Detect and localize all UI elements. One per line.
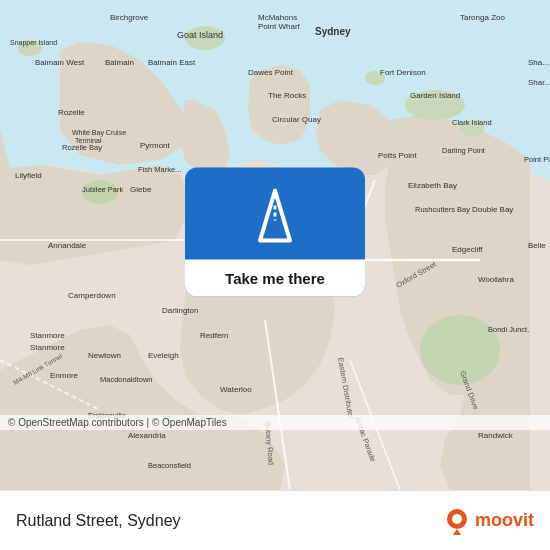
navigation-card: Take me there <box>185 168 365 297</box>
svg-point-13 <box>365 71 385 85</box>
svg-text:Camperdown: Camperdown <box>68 291 116 300</box>
svg-text:The Rocks: The Rocks <box>268 91 306 100</box>
svg-text:Shar...: Shar... <box>528 78 550 87</box>
svg-text:Balmain: Balmain <box>105 58 134 67</box>
svg-marker-3 <box>180 100 230 175</box>
svg-text:Taronga Zoo: Taronga Zoo <box>460 13 505 22</box>
svg-text:McMahons: McMahons <box>258 13 297 22</box>
svg-text:Potts Point: Potts Point <box>378 151 417 160</box>
svg-point-89 <box>452 514 462 524</box>
svg-text:Eveleigh: Eveleigh <box>148 351 179 360</box>
svg-text:Elizabeth Bay: Elizabeth Bay <box>408 181 457 190</box>
svg-text:Point Wharf: Point Wharf <box>258 22 301 31</box>
svg-text:Darling Point: Darling Point <box>442 146 486 155</box>
svg-text:Stanmore: Stanmore <box>30 331 65 340</box>
svg-text:Glebe: Glebe <box>130 185 152 194</box>
svg-text:Fish Marke...: Fish Marke... <box>138 165 181 174</box>
svg-text:White Bay Cruise: White Bay Cruise <box>72 129 126 137</box>
svg-text:Waterloo: Waterloo <box>220 385 252 394</box>
svg-text:Terminal: Terminal <box>75 137 102 144</box>
svg-marker-90 <box>453 529 461 535</box>
moovit-logo: moovit <box>443 507 534 535</box>
location-label: Rutland Street, Sydney <box>16 512 181 530</box>
svg-marker-7 <box>385 115 530 395</box>
svg-point-24 <box>82 180 118 204</box>
bottom-bar: Rutland Street, Sydney moovit <box>0 490 550 550</box>
road-navigation-icon <box>240 186 310 246</box>
svg-text:Goat Island: Goat Island <box>177 30 223 40</box>
svg-text:Lilyfield: Lilyfield <box>15 171 42 180</box>
svg-marker-5 <box>248 65 310 145</box>
svg-marker-2 <box>60 42 190 165</box>
svg-text:Sydney: Sydney <box>315 26 351 37</box>
svg-marker-4 <box>0 130 188 265</box>
svg-text:Alexandria: Alexandria <box>128 431 166 440</box>
moovit-text: moovit <box>475 510 534 531</box>
svg-text:Jubilee Park: Jubilee Park <box>82 185 124 194</box>
svg-text:Newtown: Newtown <box>88 351 121 360</box>
svg-text:Macdonaldtown: Macdonaldtown <box>100 375 153 384</box>
svg-text:Edgecliff: Edgecliff <box>452 245 483 254</box>
svg-text:Stanmore: Stanmore <box>30 343 65 352</box>
svg-text:Dawes Point: Dawes Point <box>248 68 294 77</box>
svg-text:Fort Denison: Fort Denison <box>380 68 426 77</box>
svg-text:Circular Quay: Circular Quay <box>272 115 321 124</box>
svg-text:Rozelle Bay: Rozelle Bay <box>62 143 102 152</box>
svg-text:Darlington: Darlington <box>162 306 198 315</box>
svg-text:Point Pip...: Point Pip... <box>524 155 550 164</box>
svg-point-16 <box>460 120 484 136</box>
svg-point-15 <box>18 40 42 56</box>
svg-text:Balmain West: Balmain West <box>35 58 85 67</box>
svg-text:Rozelle: Rozelle <box>58 108 85 117</box>
svg-text:Randwick: Randwick <box>478 431 514 440</box>
svg-text:Birchgrove: Birchgrove <box>110 13 149 22</box>
svg-text:M4-M8 Link Tunnel: M4-M8 Link Tunnel <box>12 352 64 386</box>
svg-point-12 <box>405 90 465 120</box>
svg-text:Enmore: Enmore <box>50 371 79 380</box>
moovit-icon <box>443 507 471 535</box>
svg-text:Woollahra: Woollahra <box>478 275 514 284</box>
svg-text:Rushcutters Bay: Rushcutters Bay <box>415 205 470 214</box>
svg-text:Eastern Distributor: Eastern Distributor <box>336 357 356 420</box>
svg-text:Annandale: Annandale <box>48 241 87 250</box>
svg-text:Sha...: Sha... <box>528 58 549 67</box>
svg-text:Pyrmont: Pyrmont <box>140 141 171 150</box>
map-container: Goat Island Birchgrove Snapper Island Ba… <box>0 0 550 490</box>
svg-text:Balmain East: Balmain East <box>148 58 196 67</box>
svg-point-14 <box>185 26 225 50</box>
take-me-there-button[interactable]: Take me there <box>185 260 365 297</box>
svg-text:Snapper Island: Snapper Island <box>10 39 57 47</box>
svg-text:Clark Island: Clark Island <box>452 118 492 127</box>
svg-text:Bondi Junct.: Bondi Junct. <box>488 325 529 334</box>
svg-text:Grand Drive: Grand Drive <box>458 370 480 411</box>
svg-text:Belle: Belle <box>528 241 546 250</box>
svg-line-21 <box>265 320 290 490</box>
svg-marker-11 <box>0 325 285 490</box>
svg-text:Redfern: Redfern <box>200 331 228 340</box>
svg-point-26 <box>420 315 500 385</box>
svg-text:Beaconsfield: Beaconsfield <box>148 461 191 470</box>
svg-text:Oxford Street: Oxford Street <box>395 259 439 290</box>
svg-marker-6 <box>316 100 395 175</box>
svg-text:Garden Island: Garden Island <box>410 91 460 100</box>
svg-text:Double Bay: Double Bay <box>472 205 513 214</box>
map-attribution: © OpenStreetMap contributors | © OpenMap… <box>0 415 550 430</box>
svg-line-23 <box>0 360 100 410</box>
